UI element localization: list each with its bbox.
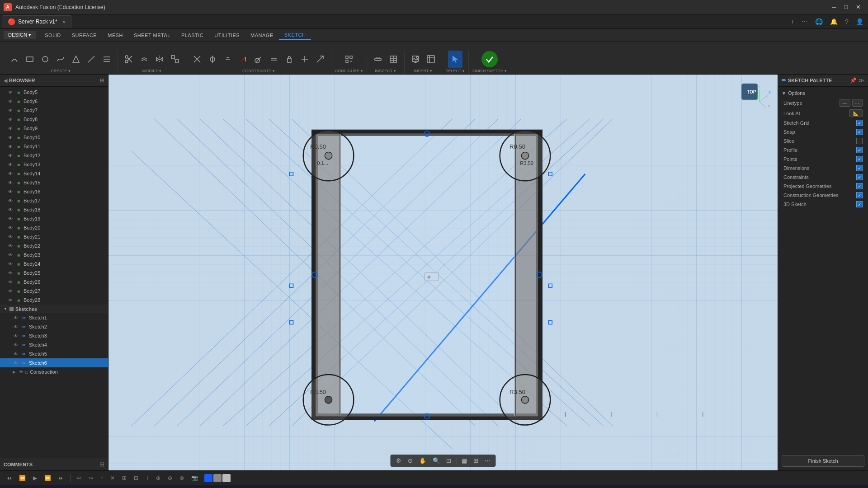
line-tool[interactable] (84, 51, 99, 68)
color-light-swatch[interactable] (222, 474, 231, 482)
new-tab-button[interactable]: + (788, 17, 797, 26)
visibility-icon[interactable]: 👁 (7, 107, 14, 113)
palette-pin-icon[interactable]: 📌 (850, 77, 857, 84)
tree-item-body12[interactable]: 👁 ■ Body12 (0, 151, 108, 160)
tree-item-sketch5[interactable]: 👁 ✏ Sketch5 (0, 349, 108, 358)
viewport[interactable]: R0.50 R0.50 0.1... R3.50 R0.50 R3.50 ⊕ (108, 75, 778, 470)
tree-item-body8[interactable]: 👁 ■ Body8 (0, 115, 108, 124)
visibility-icon[interactable]: 👁 (7, 252, 14, 258)
menu-tab-plastic[interactable]: PLASTIC (176, 31, 209, 40)
visibility-icon[interactable]: 👁 (7, 143, 14, 150)
browser-expand-button[interactable]: ⊞ (100, 77, 104, 84)
more-create-tool[interactable] (99, 51, 114, 68)
tree-item-body27[interactable]: 👁 ■ Body27 (0, 286, 108, 296)
tree-item-body16[interactable]: 👁 ■ Body16 (0, 187, 108, 196)
tree-item-body23[interactable]: 👁 ■ Body23 (0, 250, 108, 259)
tree-item-body13[interactable]: 👁 ■ Body13 (0, 160, 108, 169)
vp-orbit-btn[interactable]: ⊙ (405, 456, 415, 465)
coincident-constraint[interactable] (190, 51, 204, 68)
finish-sketch-tool[interactable] (479, 51, 500, 68)
visibility-icon[interactable]: 👁 (7, 206, 14, 213)
visibility-icon[interactable]: 👁 (7, 98, 14, 104)
minimize-button[interactable]: ─ (828, 2, 840, 12)
tree-item-body19[interactable]: 👁 ■ Body19 (0, 214, 108, 223)
3dsketch-checkbox[interactable]: ✓ (856, 201, 863, 207)
sketchgrid-checkbox[interactable]: ✓ (856, 120, 863, 126)
points-checkbox[interactable]: ✓ (856, 156, 863, 162)
tree-item-body18[interactable]: 👁 ■ Body18 (0, 205, 108, 214)
visibility-icon[interactable]: 👁 (7, 161, 14, 168)
dimensions-checkbox[interactable]: ✓ (856, 165, 863, 171)
equal-constraint[interactable] (267, 51, 281, 68)
visibility-icon[interactable]: 👁 (7, 279, 14, 285)
menu-tab-mesh[interactable]: MESH (102, 31, 128, 40)
vp-zoom-btn[interactable]: 🔍 (430, 456, 443, 465)
close-button[interactable]: ✕ (852, 2, 864, 12)
finish-sketch-label[interactable]: FINISH SKETCH ▾ (472, 69, 507, 74)
comments-expand[interactable]: ⊞ (99, 461, 104, 468)
vp-grid-btn[interactable]: ⊞ (471, 456, 481, 465)
visibility-icon[interactable]: 👁 (13, 333, 19, 339)
visibility-icon[interactable]: 👁 (7, 234, 14, 240)
timeline-camera-btn[interactable]: 📷 (189, 474, 201, 482)
tree-item-sketch1[interactable]: 👁 ✏ Sketch1 (0, 313, 108, 322)
tree-item-body28[interactable]: 👁 ■ Body28 (0, 296, 108, 305)
sketches-section[interactable]: ▼ ▦ Sketches (0, 305, 108, 313)
color-grey-swatch[interactable] (213, 474, 222, 482)
active-tab[interactable]: 🔴 Server Rack v1* ✕ (2, 15, 71, 28)
tree-item-body26[interactable]: 👁 ■ Body26 (0, 277, 108, 286)
visibility-icon[interactable]: 👁 (7, 261, 14, 267)
vp-display-btn[interactable]: ▦ (459, 456, 470, 465)
visibility-icon[interactable]: 👁 (13, 351, 19, 357)
construction-item[interactable]: ▶ 👁 □ Construction (0, 367, 108, 376)
spline-tool[interactable] (53, 51, 68, 68)
visibility-icon[interactable]: 👁 (7, 134, 14, 141)
visibility-icon[interactable]: 👁 (7, 89, 14, 95)
configure-label[interactable]: CONFIGURE ▾ (335, 69, 363, 74)
colinear-constraint[interactable] (205, 51, 220, 68)
construction-vis-icon[interactable]: 👁 (19, 370, 24, 375)
timeline-text-btn[interactable]: T (143, 474, 151, 482)
visibility-icon[interactable]: 👁 (7, 188, 14, 195)
menu-tab-sketch[interactable]: SKETCH (279, 30, 311, 40)
visibility-icon[interactable]: 👁 (7, 243, 14, 249)
rectangle-tool[interactable] (23, 51, 37, 68)
tabs-notification-button[interactable]: 🔔 (827, 17, 840, 26)
circle-tool[interactable] (38, 51, 52, 68)
menu-tab-utilities[interactable]: UTILITIES (209, 31, 245, 40)
polygon-tool[interactable] (69, 51, 83, 68)
projected-checkbox[interactable]: ✓ (856, 183, 863, 189)
visibility-icon[interactable]: 👁 (13, 314, 19, 321)
timeline-undo-btn[interactable]: ↩ (74, 474, 84, 482)
visibility-icon[interactable]: 👁 (7, 197, 14, 204)
tabs-search-button[interactable]: ⋯ (799, 17, 811, 26)
tree-item-sketch3[interactable]: 👁 ✏ Sketch3 (0, 331, 108, 340)
timeline-more4[interactable]: ⊖ (165, 474, 175, 482)
tree-item-sketch4[interactable]: 👁 ✏ Sketch4 (0, 340, 108, 349)
fixed-constraint[interactable] (282, 51, 297, 68)
timeline-rewind-btn[interactable]: ⏮ (4, 474, 14, 482)
tree-item-body22[interactable]: 👁 ■ Body22 (0, 241, 108, 250)
construction-geo-checkbox[interactable]: ✓ (856, 192, 863, 198)
visibility-icon[interactable]: 👁 (7, 288, 14, 294)
menu-tab-manage[interactable]: MANAGE (245, 31, 279, 40)
tree-item-body21[interactable]: 👁 ■ Body21 (0, 232, 108, 241)
timeline-next-btn[interactable]: ⏩ (42, 474, 54, 482)
insert-image-tool[interactable] (408, 51, 423, 68)
maximize-button[interactable]: □ (840, 2, 851, 12)
mirror-tool[interactable] (152, 51, 167, 68)
visibility-icon[interactable]: 👁 (7, 125, 14, 131)
constraints-checkbox[interactable]: ✓ (856, 174, 863, 180)
timeline-more1[interactable]: ⊞ (119, 474, 129, 482)
constraints-label[interactable]: CONSTRAINTS ▾ (242, 69, 275, 74)
vp-more-btn[interactable]: ⋯ (482, 456, 493, 465)
menu-tab-sheet-metal[interactable]: SHEET METAL (128, 31, 176, 40)
vp-pan-btn[interactable]: ✋ (416, 456, 429, 465)
timeline-more3[interactable]: ⊕ (153, 474, 163, 482)
visibility-icon[interactable]: 👁 (7, 270, 14, 276)
slice-checkbox[interactable] (856, 138, 863, 144)
finish-sketch-button[interactable]: Finish Sketch (782, 455, 864, 467)
horiz-vert-constraint[interactable] (313, 51, 327, 68)
tree-item-body24[interactable]: 👁 ■ Body24 (0, 259, 108, 268)
linetype-solid-btn[interactable]: — (840, 99, 850, 107)
